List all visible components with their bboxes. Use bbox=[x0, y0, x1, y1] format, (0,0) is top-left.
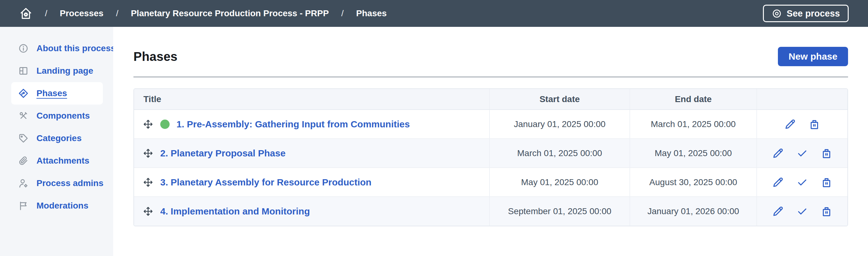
tag-icon bbox=[18, 133, 29, 144]
sidebar-item-moderations[interactable]: Moderations bbox=[0, 195, 113, 217]
delete-trash-icon[interactable] bbox=[808, 118, 820, 131]
sidebar-item-about[interactable]: About this process bbox=[0, 37, 113, 60]
table-row: 1. Pre-Assembly: Gathering Input from Co… bbox=[134, 110, 847, 139]
start-date: January 01, 2025 00:00 bbox=[490, 110, 630, 139]
breadcrumb-process-title[interactable]: Planetary Resource Production Process - … bbox=[131, 8, 329, 19]
user-gear-icon bbox=[18, 178, 29, 189]
end-date: January 01, 2026 00:00 bbox=[630, 197, 757, 226]
start-date: September 01, 2025 00:00 bbox=[490, 197, 630, 226]
active-phase-dot bbox=[160, 120, 169, 129]
see-process-label: See process bbox=[786, 8, 840, 19]
start-date: March 01, 2025 00:00 bbox=[490, 139, 630, 168]
header-divider bbox=[133, 77, 848, 78]
phase-title-link[interactable]: 3. Planetary Assembly for Resource Produ… bbox=[160, 177, 371, 188]
tools-icon bbox=[18, 111, 29, 121]
end-date: March 01, 2025 00:00 bbox=[630, 110, 757, 139]
sidebar-item-landing-page[interactable]: Landing page bbox=[0, 60, 113, 82]
info-icon bbox=[18, 43, 29, 54]
edit-pencil-icon[interactable] bbox=[772, 176, 784, 189]
see-process-button[interactable]: See process bbox=[763, 5, 849, 22]
table-row: 2. Planetary Proposal Phase March 01, 20… bbox=[134, 139, 847, 168]
phase-title-link[interactable]: 2. Planetary Proposal Phase bbox=[160, 148, 286, 159]
layout-grid-icon bbox=[18, 65, 29, 76]
table-row: 4. Implementation and Monitoring Septemb… bbox=[134, 197, 847, 226]
sidebar-item-label: Categories bbox=[36, 133, 82, 143]
directions-diamond-icon bbox=[18, 88, 29, 98]
table-row: 3. Planetary Assembly for Resource Produ… bbox=[134, 168, 847, 197]
sidebar-item-categories[interactable]: Categories bbox=[0, 127, 113, 149]
paperclip-icon bbox=[18, 155, 29, 166]
phases-table: Title Start date End date bbox=[133, 88, 848, 226]
sidebar-item-label: Landing page bbox=[36, 66, 93, 76]
column-header-start-date: Start date bbox=[490, 89, 630, 110]
sidebar-item-label: Attachments bbox=[36, 156, 90, 166]
column-header-title: Title bbox=[134, 89, 490, 110]
breadcrumb-processes[interactable]: Processes bbox=[60, 8, 103, 19]
sidebar-item-phases[interactable]: Phases bbox=[11, 82, 103, 105]
column-header-actions bbox=[757, 89, 847, 110]
table-header-row: Title Start date End date bbox=[134, 89, 847, 110]
sidebar: About this process Landing page Phas bbox=[0, 27, 113, 256]
delete-trash-icon[interactable] bbox=[820, 205, 833, 218]
start-date: May 01, 2025 00:00 bbox=[490, 168, 630, 197]
sidebar-item-label: Components bbox=[36, 111, 90, 121]
drag-handle-icon[interactable] bbox=[143, 177, 153, 188]
activate-check-icon[interactable] bbox=[796, 205, 808, 218]
flag-icon bbox=[18, 200, 29, 211]
edit-pencil-icon[interactable] bbox=[772, 205, 784, 218]
delete-trash-icon[interactable] bbox=[820, 176, 833, 189]
main-content: Phases New phase Title Start date End da… bbox=[113, 27, 868, 256]
topbar: / Processes / Planetary Resource Product… bbox=[0, 0, 868, 27]
breadcrumb-current-phases: Phases bbox=[356, 8, 386, 19]
phase-title-link[interactable]: 1. Pre-Assembly: Gathering Input from Co… bbox=[177, 119, 410, 130]
sidebar-item-label: About this process bbox=[36, 44, 116, 53]
sidebar-item-label: Moderations bbox=[36, 201, 88, 211]
column-header-end-date: End date bbox=[630, 89, 757, 110]
drag-handle-icon[interactable] bbox=[143, 119, 153, 130]
home-link[interactable] bbox=[19, 7, 32, 20]
sidebar-item-label: Phases bbox=[36, 88, 67, 98]
breadcrumb-separator: / bbox=[45, 8, 48, 19]
eye-icon bbox=[772, 8, 782, 19]
breadcrumb-separator: / bbox=[116, 8, 119, 19]
phase-title-link[interactable]: 4. Implementation and Monitoring bbox=[160, 206, 310, 217]
sidebar-item-process-admins[interactable]: Process admins bbox=[0, 172, 113, 195]
page-title: Phases bbox=[133, 50, 177, 64]
sidebar-item-components[interactable]: Components bbox=[0, 105, 113, 127]
end-date: August 30, 2025 00:00 bbox=[630, 168, 757, 197]
drag-handle-icon[interactable] bbox=[143, 206, 153, 217]
new-phase-button[interactable]: New phase bbox=[778, 47, 848, 66]
edit-pencil-icon[interactable] bbox=[784, 118, 796, 131]
sidebar-item-label: Process admins bbox=[36, 178, 103, 188]
breadcrumb-separator: / bbox=[341, 8, 344, 19]
sidebar-item-attachments[interactable]: Attachments bbox=[0, 149, 113, 172]
breadcrumb: / Processes / Planetary Resource Product… bbox=[45, 8, 386, 19]
activate-check-icon[interactable] bbox=[796, 147, 808, 160]
delete-trash-icon[interactable] bbox=[820, 147, 833, 160]
activate-check-icon[interactable] bbox=[796, 176, 808, 189]
end-date: May 01, 2025 00:00 bbox=[630, 139, 757, 168]
home-gear-icon bbox=[19, 7, 32, 20]
edit-pencil-icon[interactable] bbox=[772, 147, 784, 160]
drag-handle-icon[interactable] bbox=[143, 148, 153, 159]
